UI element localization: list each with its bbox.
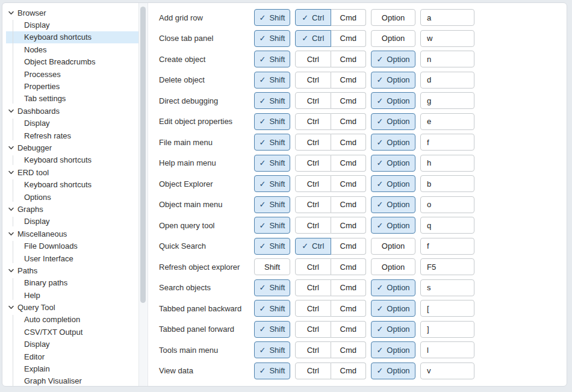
shift-toggle[interactable]: ✓Shift (254, 175, 290, 192)
cmd-toggle[interactable]: Cmd (331, 51, 367, 67)
tree-item-debugger[interactable]: Debugger (6, 142, 138, 154)
tree-item-query-tool-explain[interactable]: Explain (6, 362, 138, 375)
ctrl-toggle[interactable]: Ctrl (295, 155, 331, 172)
cmd-toggle[interactable]: Cmd (331, 134, 367, 151)
ctrl-toggle[interactable]: Ctrl (295, 362, 331, 379)
key-input[interactable] (420, 196, 474, 213)
cmd-toggle[interactable]: Cmd (331, 362, 367, 379)
tree-item-erd-tool[interactable]: ERD tool (6, 166, 138, 178)
option-toggle[interactable]: ✓Option (371, 279, 415, 296)
option-toggle[interactable]: ✓Option (371, 155, 415, 172)
tree-item-browser-nodes[interactable]: Nodes (6, 43, 138, 55)
ctrl-toggle[interactable]: ✓Ctrl (295, 238, 331, 255)
shift-toggle[interactable]: ✓Shift (254, 92, 290, 109)
option-toggle[interactable]: Option (371, 9, 415, 26)
key-input[interactable] (420, 51, 474, 67)
option-toggle[interactable]: Option (371, 238, 415, 255)
tree-item-browser-keyboard-shortcuts[interactable]: Keyboard shortcuts (6, 31, 138, 43)
cmd-toggle[interactable]: Cmd (331, 279, 367, 296)
tree-item-paths-help[interactable]: Help (6, 289, 138, 301)
cmd-toggle[interactable]: Cmd (331, 300, 367, 317)
shift-toggle[interactable]: ✓Shift (254, 51, 290, 67)
key-input[interactable] (420, 321, 474, 338)
cmd-toggle[interactable]: Cmd (331, 217, 367, 234)
tree-item-graphs[interactable]: Graphs (6, 203, 138, 215)
option-toggle[interactable]: ✓Option (371, 134, 415, 151)
ctrl-toggle[interactable]: Ctrl (295, 113, 331, 130)
tree-item-dashboards-display[interactable]: Display (6, 117, 138, 129)
option-toggle[interactable]: ✓Option (371, 321, 415, 338)
option-toggle[interactable]: ✓Option (371, 175, 415, 192)
shift-toggle[interactable]: ✓Shift (254, 321, 290, 338)
ctrl-toggle[interactable]: ✓Ctrl (295, 30, 331, 47)
tree-item-debugger-keyboard-shortcuts[interactable]: Keyboard shortcuts (6, 154, 138, 166)
key-input[interactable] (420, 300, 474, 317)
cmd-toggle[interactable]: Cmd (331, 72, 367, 89)
tree-item-browser-tab-settings[interactable]: Tab settings (6, 93, 138, 105)
shift-toggle[interactable]: ✓Shift (254, 113, 290, 130)
shift-toggle[interactable]: ✓Shift (254, 196, 290, 213)
key-input[interactable] (420, 362, 474, 379)
shift-toggle[interactable]: ✓Shift (254, 362, 290, 379)
tree-item-browser-processes[interactable]: Processes (6, 68, 138, 80)
tree-item-dashboards-refresh-rates[interactable]: Refresh rates (6, 129, 138, 142)
shift-toggle[interactable]: ✓Shift (254, 30, 290, 47)
ctrl-toggle[interactable]: Ctrl (295, 92, 331, 109)
cmd-toggle[interactable]: Cmd (331, 155, 367, 172)
option-toggle[interactable]: ✓Option (371, 217, 415, 234)
tree-item-graphs-display[interactable]: Display (6, 216, 138, 228)
ctrl-toggle[interactable]: Ctrl (295, 341, 331, 358)
option-toggle[interactable]: ✓Option (371, 72, 415, 89)
shift-toggle[interactable]: Shift (254, 258, 290, 275)
shift-toggle[interactable]: ✓Shift (254, 72, 290, 89)
key-input[interactable] (420, 72, 474, 89)
shift-toggle[interactable]: ✓Shift (254, 238, 290, 255)
ctrl-toggle[interactable]: Ctrl (295, 321, 331, 338)
key-input[interactable] (420, 217, 474, 234)
key-input[interactable] (420, 92, 474, 109)
option-toggle[interactable]: ✓Option (371, 113, 415, 130)
cmd-toggle[interactable]: Cmd (331, 341, 367, 358)
tree-item-browser-object-breadcrumbs[interactable]: Object Breadcrumbs (6, 56, 138, 68)
shift-toggle[interactable]: ✓Shift (254, 279, 290, 296)
key-input[interactable] (420, 113, 474, 130)
option-toggle[interactable]: ✓Option (371, 300, 415, 317)
cmd-toggle[interactable]: Cmd (331, 30, 367, 47)
ctrl-toggle[interactable]: Ctrl (295, 72, 331, 89)
option-toggle[interactable]: Option (371, 30, 415, 47)
tree-item-miscellaneous[interactable]: Miscellaneous (6, 228, 138, 240)
option-toggle[interactable]: ✓Option (371, 92, 415, 109)
ctrl-toggle[interactable]: Ctrl (295, 279, 331, 296)
ctrl-toggle[interactable]: Ctrl (295, 217, 331, 234)
ctrl-toggle[interactable]: Ctrl (295, 175, 331, 192)
ctrl-toggle[interactable]: Ctrl (295, 134, 331, 151)
tree-item-miscellaneous-user-interface[interactable]: User Interface (6, 252, 138, 264)
tree-item-miscellaneous-file-downloads[interactable]: File Downloads (6, 240, 138, 252)
tree-item-erd-tool-options[interactable]: Options (6, 191, 138, 203)
key-input[interactable] (420, 155, 474, 172)
option-toggle[interactable]: ✓Option (371, 362, 415, 379)
tree-item-query-tool[interactable]: Query Tool (6, 301, 138, 313)
option-toggle[interactable]: Option (371, 258, 415, 275)
sidebar-scrollbar-thumb[interactable] (140, 7, 146, 303)
key-input[interactable] (420, 258, 474, 275)
cmd-toggle[interactable]: Cmd (331, 113, 367, 130)
ctrl-toggle[interactable]: Ctrl (295, 196, 331, 213)
shift-toggle[interactable]: ✓Shift (254, 217, 290, 234)
shift-toggle[interactable]: ✓Shift (254, 341, 290, 358)
tree-item-query-tool-csv-txt-output[interactable]: CSV/TXT Output (6, 326, 138, 338)
tree-item-query-tool-editor[interactable]: Editor (6, 350, 138, 362)
tree-item-query-tool-auto-completion[interactable]: Auto completion (6, 314, 138, 326)
cmd-toggle[interactable]: Cmd (331, 196, 367, 213)
key-input[interactable] (420, 175, 474, 192)
cmd-toggle[interactable]: Cmd (331, 175, 367, 192)
ctrl-toggle[interactable]: Ctrl (295, 300, 331, 317)
tree-item-paths-binary-paths[interactable]: Binary paths (6, 277, 138, 289)
key-input[interactable] (420, 238, 474, 255)
tree-item-query-tool-display[interactable]: Display (6, 338, 138, 350)
shift-toggle[interactable]: ✓Shift (254, 300, 290, 317)
shift-toggle[interactable]: ✓Shift (254, 134, 290, 151)
tree-item-dashboards[interactable]: Dashboards (6, 105, 138, 117)
key-input[interactable] (420, 30, 474, 47)
key-input[interactable] (420, 134, 474, 151)
